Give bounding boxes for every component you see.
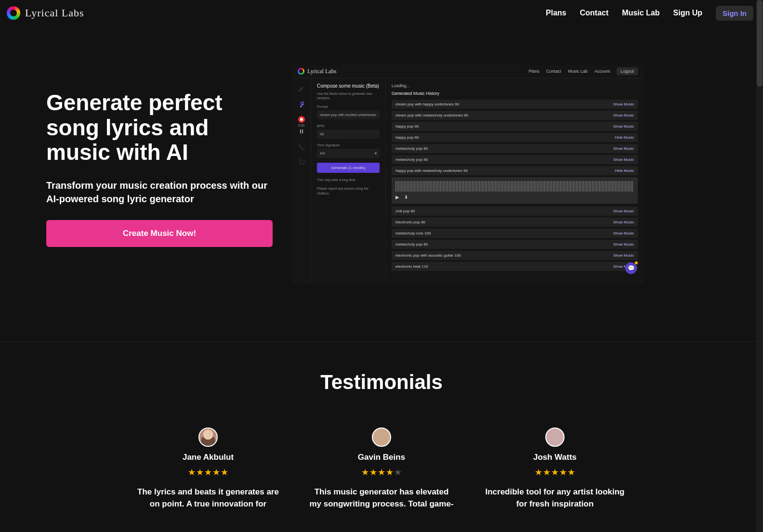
hide-music-link[interactable]: Hide Music bbox=[615, 135, 634, 140]
play-icon[interactable]: ▶ bbox=[395, 195, 399, 200]
record-icon[interactable] bbox=[298, 116, 305, 123]
history-item-name: dream pop with melancholy undertones 90 bbox=[395, 113, 468, 117]
history-item-name: chill pop 80 bbox=[395, 209, 415, 213]
app-body: 0:06 Compose some music (Beta) Use the f… bbox=[292, 78, 644, 284]
history-item-name: dream pop with happy undertones 90 bbox=[395, 102, 459, 106]
history-row: melancholy pop 80Show Music bbox=[392, 240, 638, 249]
svg-rect-0 bbox=[300, 130, 301, 133]
show-music-link[interactable]: Show Music bbox=[613, 124, 634, 129]
music-note-icon[interactable] bbox=[298, 101, 305, 107]
history-item-name: electronic pop with acoustic guitar 100 bbox=[395, 253, 461, 258]
bpm-input[interactable]: 90 bbox=[317, 130, 380, 139]
nav-music-lab[interactable]: Music Lab bbox=[622, 9, 659, 17]
cart-icon[interactable] bbox=[298, 159, 305, 166]
app-main: Compose some music (Beta) Use the fields… bbox=[311, 78, 644, 284]
testimonials-section: Testimonials Jane Akbulut★★★★★The lyrics… bbox=[0, 342, 763, 510]
pause-icon[interactable] bbox=[298, 128, 305, 135]
record-time: 0:06 bbox=[298, 124, 305, 127]
show-music-link[interactable]: Show Music bbox=[613, 253, 634, 258]
compose-note-2: Please report any issues using the chatb… bbox=[317, 186, 380, 196]
generate-button[interactable]: Generate (1 credits) bbox=[317, 163, 380, 173]
avatar bbox=[372, 428, 391, 447]
app-sidebar: 0:06 bbox=[292, 78, 311, 284]
show-music-link[interactable]: Show Music bbox=[613, 102, 634, 106]
brand-name: Lyrical Labs bbox=[25, 7, 84, 19]
waveform[interactable] bbox=[395, 181, 634, 192]
show-music-link[interactable]: Show Music bbox=[613, 220, 634, 224]
hero-subtitle: Transform your music creation process wi… bbox=[46, 179, 273, 206]
brand[interactable]: Lyrical Labs bbox=[7, 6, 84, 20]
nav-plans[interactable]: Plans bbox=[546, 9, 566, 17]
prompt-input[interactable]: dream pop with excited undertones bbox=[317, 110, 380, 119]
history-row: Electronic pop 80Show Music bbox=[392, 218, 638, 227]
show-music-link[interactable]: Show Music bbox=[613, 157, 634, 162]
history-row: electronic pop with acoustic guitar 100S… bbox=[392, 251, 638, 260]
svg-rect-1 bbox=[302, 130, 303, 133]
scrollbar-thumb[interactable] bbox=[757, 0, 763, 87]
hide-music-link[interactable]: Hide Music bbox=[615, 169, 634, 173]
app-topbar: Lyrical Labs Plans Contact Music Lab Acc… bbox=[292, 65, 644, 78]
testimonials-heading: Testimonials bbox=[19, 371, 744, 394]
app-logo-icon bbox=[298, 68, 304, 75]
app-nav: Plans Contact Music Lab Account Logout bbox=[528, 67, 638, 75]
app-brand: Lyrical Labs bbox=[298, 68, 336, 75]
download-icon[interactable]: ⬇ bbox=[404, 195, 408, 200]
nav-links: Plans Contact Music Lab Sign Up Sign In bbox=[546, 6, 753, 21]
history-row: electronic beat 110Show Music bbox=[392, 262, 638, 271]
time-sig-select[interactable]: 4/4 ▾ bbox=[317, 149, 380, 158]
history-item-name: Electronic pop 80 bbox=[395, 220, 425, 224]
show-music-link[interactable]: Show Music bbox=[613, 209, 634, 213]
show-music-link[interactable]: Show Music bbox=[613, 113, 634, 117]
bpm-label: BPM bbox=[317, 124, 380, 128]
nav-contact[interactable]: Contact bbox=[580, 9, 609, 17]
star-rating: ★★★★★ bbox=[136, 467, 280, 478]
show-music-link[interactable]: Show Music bbox=[613, 242, 634, 247]
testimonial-name: Jane Akbulut bbox=[136, 453, 280, 462]
loading-text: Loading... bbox=[392, 83, 638, 88]
history-list: dream pop with happy undertones 90Show M… bbox=[392, 100, 638, 271]
history-row: dream pop with happy undertones 90Show M… bbox=[392, 100, 638, 109]
compose-note-1: This may take a long time. bbox=[317, 178, 380, 182]
phone-icon[interactable] bbox=[298, 143, 305, 150]
history-item-name: happy pop 80 bbox=[395, 135, 419, 140]
app-nav-account[interactable]: Account bbox=[594, 69, 610, 74]
history-item-name: melancholy pop 80 bbox=[395, 146, 428, 151]
history-row: happy pop 90Show Music bbox=[392, 122, 638, 131]
app-nav-contact[interactable]: Contact bbox=[546, 69, 561, 74]
history-row: happy pop with melancholy undertones 90H… bbox=[392, 166, 638, 175]
history-row: dream pop with melancholy undertones 90S… bbox=[392, 111, 638, 120]
testimonial-text: Incredible tool for any artist looking f… bbox=[483, 486, 627, 510]
waveform-row: ▶⬇ bbox=[392, 177, 638, 204]
time-sig-label: Time Signature bbox=[317, 143, 380, 147]
app-logout-button[interactable]: Logout bbox=[617, 67, 638, 75]
time-sig-value: 4/4 bbox=[320, 151, 325, 156]
history-row: melancholy rock 100Show Music bbox=[392, 229, 638, 238]
chat-bubble-icon[interactable]: 💬 bbox=[625, 262, 637, 274]
compose-panel: Compose some music (Beta) Use the fields… bbox=[311, 78, 386, 284]
testimonial-name: Gavin Beins bbox=[309, 453, 454, 462]
pencil-icon[interactable] bbox=[298, 85, 305, 92]
star-rating: ★★★★★ bbox=[309, 467, 454, 478]
brand-logo-icon bbox=[7, 6, 20, 20]
create-music-button[interactable]: Create Music Now! bbox=[46, 220, 273, 247]
history-row: happy pop 80Hide Music bbox=[392, 133, 638, 142]
app-nav-music-lab[interactable]: Music Lab bbox=[568, 69, 588, 74]
testimonial-text: The lyrics and beats it generates are on… bbox=[136, 486, 280, 510]
app-preview: Lyrical Labs Plans Contact Music Lab Acc… bbox=[292, 65, 644, 284]
hero-copy: Generate perfect song lyrics and music w… bbox=[46, 65, 273, 284]
show-music-link[interactable]: Show Music bbox=[613, 146, 634, 151]
compose-title: Compose some music (Beta) bbox=[317, 83, 380, 89]
history-item-name: melancholy rock 100 bbox=[395, 231, 431, 235]
history-panel: Loading... Generated Music History dream… bbox=[386, 78, 644, 284]
history-row: chill pop 80Show Music bbox=[392, 207, 638, 216]
show-music-link[interactable]: Show Music bbox=[613, 231, 634, 235]
history-row: melancholy pop 80Show Music bbox=[392, 155, 638, 164]
hero-section: Generate perfect song lyrics and music w… bbox=[0, 26, 763, 341]
history-item-name: melancholy pop 80 bbox=[395, 157, 428, 162]
app-brand-name: Lyrical Labs bbox=[307, 68, 336, 75]
page-scrollbar[interactable] bbox=[756, 0, 763, 510]
star-rating: ★★★★★ bbox=[483, 467, 627, 478]
sign-in-button[interactable]: Sign In bbox=[716, 6, 753, 21]
nav-sign-up[interactable]: Sign Up bbox=[673, 9, 702, 17]
app-nav-plans[interactable]: Plans bbox=[528, 69, 539, 74]
